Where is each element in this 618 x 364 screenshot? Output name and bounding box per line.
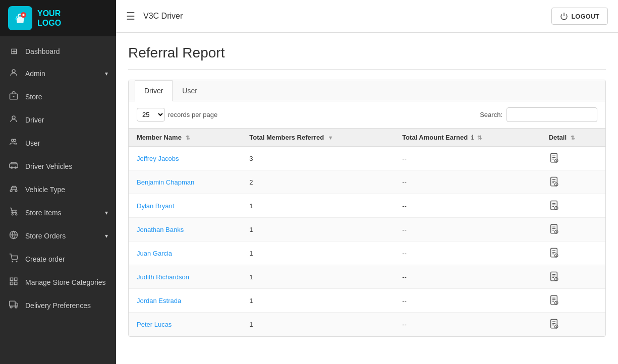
table-row: Jeffrey Jacobs3-- (129, 147, 605, 170)
table-header-row: Member Name ⇅ Total Members Referred ▼ T… (129, 129, 605, 147)
member-name-link[interactable]: Dylan Bryant (137, 202, 174, 210)
svg-point-6 (12, 116, 15, 119)
sort-icon[interactable]: ⇅ (477, 135, 482, 141)
records-per-page-select[interactable]: 10 25 50 100 (137, 108, 165, 122)
sidebar-item-driver-vehicles[interactable]: Driver Vehicles (0, 155, 116, 178)
menu-toggle-icon[interactable]: ☰ (126, 10, 135, 22)
svg-point-8 (14, 139, 16, 142)
cell-total-members-referred: 1 (241, 194, 394, 218)
svg-point-62 (556, 256, 556, 257)
cell-member-name: Judith Richardson (129, 265, 241, 289)
cell-detail (541, 313, 605, 336)
sort-icon[interactable]: ▼ (328, 135, 333, 141)
table-card: Driver User 10 25 50 100 records per pag… (128, 80, 606, 337)
tab-driver[interactable]: Driver (135, 80, 173, 101)
member-name-link[interactable]: Juan Garcia (137, 250, 172, 257)
cell-detail (541, 241, 605, 265)
table-row: Jordan Estrada1-- (129, 289, 605, 313)
table-controls: 10 25 50 100 records per page Search: (129, 101, 605, 128)
store-icon (8, 91, 19, 102)
store-orders-icon (8, 230, 19, 241)
vehicle-type-icon (8, 184, 19, 195)
svg-point-26 (15, 306, 17, 308)
sidebar-item-label: User (25, 139, 108, 147)
sidebar-item-driver[interactable]: Driver (0, 108, 116, 132)
detail-button[interactable] (549, 153, 559, 164)
sort-icon[interactable]: ⇅ (571, 135, 575, 141)
records-per-page-area: 10 25 50 100 records per page (137, 108, 217, 122)
col-header-member-name: Member Name ⇅ (129, 129, 241, 147)
logo-area: YOUR LOGO (0, 0, 116, 36)
sidebar-item-label: Vehicle Type (25, 186, 108, 194)
detail-button[interactable] (549, 271, 559, 282)
detail-button[interactable] (549, 176, 559, 188)
member-name-link[interactable]: Jonathan Banks (137, 226, 184, 233)
tab-user[interactable]: User (173, 80, 207, 101)
table-row: Peter Lucas1-- (129, 313, 605, 336)
cell-member-name: Peter Lucas (129, 313, 241, 336)
detail-button[interactable] (549, 200, 559, 211)
tabs-container: Driver User (129, 80, 605, 101)
dashboard-icon: ⊞ (8, 46, 19, 56)
cell-member-name: Dylan Bryant (129, 194, 241, 218)
detail-button[interactable] (549, 224, 559, 235)
sidebar-item-user[interactable]: User (0, 132, 116, 155)
member-name-link[interactable]: Peter Lucas (137, 321, 172, 328)
detail-button[interactable] (549, 319, 559, 330)
cell-member-name: Jonathan Banks (129, 218, 241, 241)
main-area: ☰ V3C Driver LOGOUT Referral Report Driv… (116, 0, 618, 364)
sidebar-item-label: Driver Vehicles (25, 162, 108, 170)
svg-rect-20 (10, 278, 13, 280)
chevron-down-icon: ▾ (105, 209, 108, 216)
sidebar-item-create-order[interactable]: Create order (0, 248, 116, 271)
col-header-detail: Detail ⇅ (541, 129, 605, 147)
sidebar-item-admin[interactable]: Admin ▾ (0, 62, 116, 85)
driver-vehicles-icon (8, 161, 19, 172)
sidebar-item-dashboard[interactable]: ⊞ Dashboard (0, 40, 116, 62)
logo-text: YOUR LOGO (37, 9, 61, 28)
svg-point-83 (556, 327, 556, 328)
cell-total-amount-earned: -- (394, 194, 541, 218)
chevron-down-icon: ▾ (105, 232, 108, 239)
cell-total-members-referred: 1 (241, 313, 394, 336)
svg-point-76 (556, 304, 556, 304)
cell-detail (541, 170, 605, 194)
svg-point-55 (556, 232, 556, 233)
svg-point-41 (556, 185, 556, 186)
table-row: Juan Garcia1-- (129, 241, 605, 265)
driver-icon (8, 114, 19, 126)
cell-member-name: Juan Garcia (129, 241, 241, 265)
detail-button[interactable] (549, 248, 559, 259)
cell-total-members-referred: 2 (241, 170, 394, 194)
svg-point-34 (556, 161, 556, 162)
svg-rect-9 (10, 164, 18, 168)
member-name-link[interactable]: Judith Richardson (137, 273, 189, 281)
member-name-link[interactable]: Jordan Estrada (137, 297, 181, 305)
sidebar-item-delivery-preferences[interactable]: Delivery Preferences (0, 294, 116, 317)
sidebar-item-label: Admin (25, 70, 99, 78)
sort-icon[interactable]: ⇅ (186, 135, 190, 141)
sidebar-item-store-items[interactable]: Store Items ▾ (0, 201, 116, 224)
logout-button[interactable]: LOGOUT (551, 8, 608, 25)
svg-point-19 (16, 261, 17, 262)
sidebar-item-vehicle-type[interactable]: Vehicle Type (0, 178, 116, 201)
svg-rect-21 (15, 278, 17, 280)
search-input[interactable] (507, 107, 597, 122)
cell-total-amount-earned: -- (394, 241, 541, 265)
cell-total-members-referred: 1 (241, 289, 394, 313)
page-title: Referral Report (128, 45, 606, 61)
detail-button[interactable] (549, 295, 559, 306)
sidebar-item-label: Delivery Preferences (25, 301, 108, 310)
sidebar-item-label: Manage Store Categories (25, 278, 108, 286)
info-icon: ℹ (471, 134, 474, 141)
svg-rect-22 (10, 282, 13, 285)
cell-detail (541, 147, 605, 170)
sidebar-item-store-orders[interactable]: Store Orders ▾ (0, 224, 116, 248)
store-items-icon (8, 207, 19, 218)
member-name-link[interactable]: Jeffrey Jacobs (137, 155, 179, 162)
sidebar-item-manage-store-categories[interactable]: Manage Store Categories (0, 271, 116, 294)
member-name-link[interactable]: Benjamin Chapman (137, 178, 194, 186)
topbar-breadcrumb: V3C Driver (143, 12, 183, 21)
svg-point-15 (16, 214, 17, 215)
sidebar-item-store[interactable]: Store (0, 85, 116, 108)
